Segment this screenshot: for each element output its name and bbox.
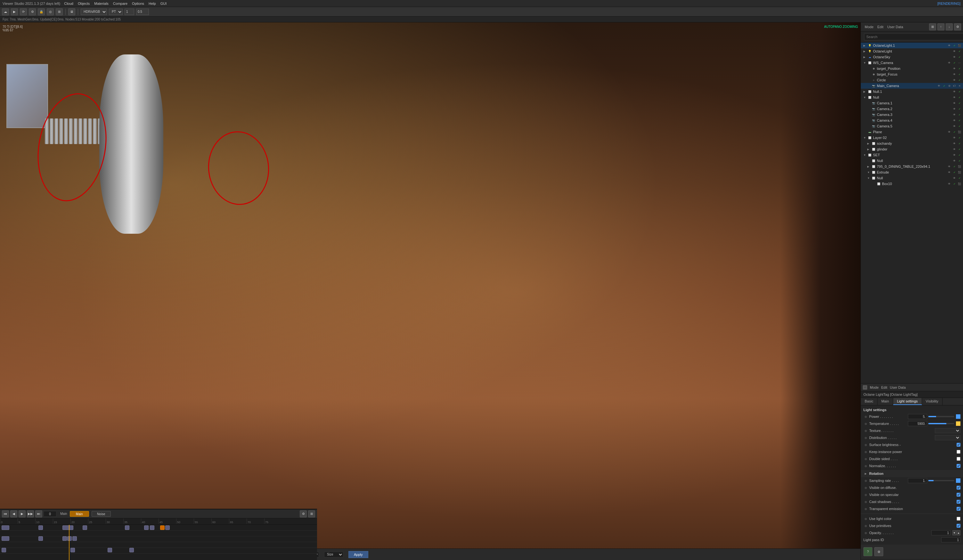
tree-item-main-camera[interactable]: 📷 Main_Camera 👁 ✓ ⚙ 🏷 ✕ [861, 83, 963, 89]
vis-icon-gl[interactable]: 👁 [952, 147, 957, 151]
timeline-forward-btn[interactable]: ▶▶ [27, 510, 34, 518]
vis-icon-2[interactable]: 👁 [952, 49, 957, 53]
power-slider[interactable] [928, 416, 954, 417]
keyframe-block[interactable] [125, 525, 130, 530]
prop-menu-mode[interactable]: Mode [870, 385, 879, 389]
sampling-rate-slider[interactable] [928, 480, 954, 481]
check-icon-ns[interactable]: ✓ [957, 159, 962, 163]
tree-item-octanesky[interactable]: ▶ ☁ OctaneSky 👁 ✓ [861, 54, 963, 60]
tag-icon-box[interactable]: ⬛ [957, 181, 962, 186]
tree-item-target-pos[interactable]: ⊕ target_Position 👁 ✓ [861, 66, 963, 71]
tree-item-camera1[interactable]: 📷 Camera.1 👁 ✓ [861, 100, 963, 106]
sampling-rate-value[interactable] [908, 478, 927, 483]
visible-diffuse-checkbox[interactable] [957, 486, 960, 490]
tree-item-null[interactable]: ▼ ⬜ Null 👁 ✓ [861, 94, 963, 100]
zoom-input[interactable] [125, 9, 134, 15]
tag-icon-ext[interactable]: ⬛ [957, 170, 962, 175]
use-primitives-checkbox[interactable] [957, 524, 960, 528]
opacity-value[interactable] [931, 530, 950, 535]
menu-objects[interactable]: Objects [78, 2, 90, 5]
menu-help[interactable]: Help [149, 2, 156, 5]
menu-cloud[interactable]: Cloud [64, 2, 73, 5]
timeline-main-btn[interactable]: Main [70, 511, 89, 517]
light-pass-id-value[interactable] [941, 537, 960, 542]
keyframe-block-3c[interactable] [62, 536, 67, 541]
vis-icon-c1[interactable]: 👁 [952, 101, 957, 105]
check-icon-c5[interactable]: ✓ [957, 124, 962, 128]
toolbar-btn-1[interactable]: ☁ [2, 8, 9, 15]
settings-icon-mc[interactable]: ⚙ [947, 84, 952, 88]
keyframe-block-5d[interactable] [130, 548, 134, 552]
menu-materials[interactable]: Materials [94, 2, 109, 5]
vis-icon-c2[interactable]: 👁 [952, 107, 957, 111]
cast-shadows-checkbox[interactable] [957, 500, 960, 503]
vis-icon-ne[interactable]: 👁 [952, 176, 957, 180]
keyframe-block-3b[interactable] [39, 536, 43, 541]
check-icon-circle[interactable]: ✓ [957, 78, 962, 82]
check-icon-plane[interactable]: ✓ [952, 129, 957, 134]
panel-btn-4[interactable]: ⚙ [954, 23, 961, 31]
keyframe-block-active[interactable] [160, 525, 165, 530]
distribution-dropdown[interactable] [935, 435, 960, 440]
toolbar-btn-6[interactable]: ◎ [47, 8, 54, 15]
check-icon-c2[interactable]: ✓ [957, 107, 962, 111]
check-icon-null[interactable]: ✓ [957, 95, 962, 100]
tree-item-null-set[interactable]: ⬜ Null 👁 ✓ [861, 158, 963, 163]
tag-icon-mc[interactable]: 🏷 [952, 84, 957, 88]
check-icon-n1[interactable]: ✓ [957, 89, 962, 94]
vis-icon-soc[interactable]: 👁 [952, 141, 957, 146]
tree-item-camera3[interactable]: 📷 Camera.3 👁 ✓ [861, 112, 963, 118]
keyframe-block-5c[interactable] [108, 548, 112, 552]
apply-button[interactable]: Apply [349, 551, 368, 558]
tab-basic[interactable]: Basic [861, 398, 877, 405]
tree-item-wscamera[interactable]: ▼ ⬜ WS_Camera 👁 ✓ ⋯ [861, 60, 963, 66]
check-icon-tf[interactable]: ✓ [957, 72, 962, 76]
check-icon-2[interactable]: ✓ [957, 49, 962, 53]
tree-item-extrude[interactable]: ▼ ⬜ Extrude 👁 ✓ ⬛ [861, 169, 963, 175]
tab-visibility[interactable]: Visibility [922, 398, 943, 405]
vis-icon-sky[interactable]: 👁 [952, 55, 957, 59]
tree-item-target-focus[interactable]: ⊕ target_Focus 👁 ✓ [861, 71, 963, 77]
tree-item-null1[interactable]: ▶ ⬜ Null.1 👁 ✓ [861, 89, 963, 94]
opacity-decrement[interactable]: ▼ [952, 530, 956, 535]
use-light-color-checkbox[interactable] [957, 517, 960, 521]
check-icon-ne[interactable]: ✓ [957, 176, 962, 180]
opacity-increment[interactable]: ▲ [957, 530, 960, 535]
prop-menu-edit[interactable]: Edit [881, 385, 887, 389]
check-icon-tp[interactable]: ✓ [957, 66, 962, 71]
timeline-settings-btn[interactable]: ⚙ [300, 510, 307, 518]
check-icon[interactable]: ✓ [952, 43, 957, 48]
vis-icon-ext[interactable]: 👁 [947, 170, 952, 175]
keyframe-block-3e[interactable] [72, 536, 77, 541]
menu-compare[interactable]: Compare [113, 2, 128, 5]
exposure-input[interactable] [136, 9, 149, 15]
tree-item-glinder[interactable]: ▶ ⬜ glinder 👁 ✓ [861, 146, 963, 152]
tag-icon[interactable]: ⬛ [957, 43, 962, 48]
keyframe-block[interactable] [150, 525, 154, 530]
tree-item-octanelight[interactable]: ▶ 💡 OctaneLight 👁 ✓ [861, 49, 963, 54]
check-icon-c3[interactable]: ✓ [957, 112, 962, 117]
panel-btn-3[interactable]: ↓ [946, 23, 953, 31]
tree-item-octanelight1[interactable]: ▶ 💡 OctaneLight.1 👁 ✓ ⬛ [861, 42, 963, 49]
keyframe-block-3[interactable] [2, 536, 9, 541]
check-icon-ext[interactable]: ✓ [952, 170, 957, 175]
timeline-noise-btn[interactable]: Noise [92, 511, 111, 517]
timeline-rewind-btn[interactable]: ⏮ [2, 510, 9, 518]
keyframe-block-5[interactable] [2, 548, 6, 552]
timeline-play-btn[interactable]: ▶ [19, 510, 26, 518]
vis-icon-c5[interactable]: 👁 [952, 124, 957, 128]
vis-icon-c3[interactable]: 👁 [952, 112, 957, 117]
panel-menu-mode[interactable]: Mode [865, 25, 874, 29]
double-sided-checkbox[interactable] [957, 457, 960, 461]
panel-btn-1[interactable]: ⊞ [929, 23, 936, 31]
check-icon-mc[interactable]: ✓ [942, 84, 946, 88]
vis-icon[interactable]: 👁 [947, 43, 952, 48]
vis-icon-c4[interactable]: 👁 [952, 118, 957, 123]
timeline-playhead[interactable] [69, 525, 70, 560]
check-icon-ws[interactable]: ✓ [952, 60, 957, 65]
help-icon-btn[interactable]: ? [863, 547, 872, 556]
keep-instance-checkbox[interactable] [957, 450, 960, 454]
texture-dropdown[interactable] [935, 428, 960, 433]
keyframe-block-3d[interactable] [67, 536, 72, 541]
keyframe-block[interactable] [144, 525, 149, 530]
